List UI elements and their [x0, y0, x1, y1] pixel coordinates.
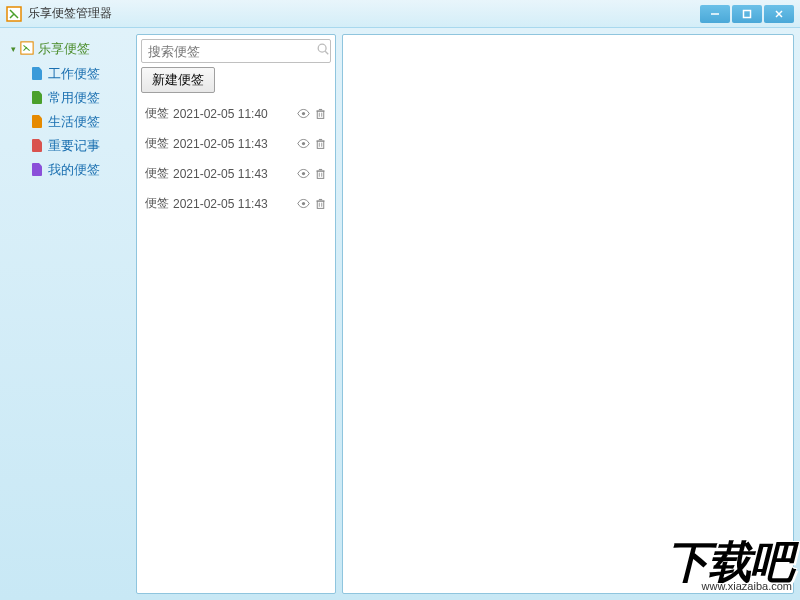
window-title: 乐享便签管理器 — [28, 5, 698, 22]
eye-icon[interactable] — [297, 107, 310, 120]
sidebar-item[interactable]: 我的便签 — [32, 158, 134, 182]
sidebar-item-label: 工作便签 — [48, 65, 100, 83]
svg-line-7 — [325, 51, 328, 54]
svg-point-6 — [318, 44, 326, 52]
sidebar-item-label: 重要记事 — [48, 137, 100, 155]
note-title: 便签 — [145, 135, 169, 152]
content-area — [342, 34, 794, 594]
note-actions — [297, 107, 327, 120]
folder-icon — [20, 41, 34, 58]
note-item[interactable]: 便签2021-02-05 11:43 — [143, 129, 329, 159]
notes-list: 便签2021-02-05 11:40便签2021-02-05 11:43便签20… — [137, 99, 335, 593]
note-actions — [297, 137, 327, 150]
sidebar-item[interactable]: 生活便签 — [32, 110, 134, 134]
tree-root-label: 乐享便签 — [38, 40, 90, 58]
minimize-icon — [710, 9, 720, 19]
svg-point-14 — [302, 142, 305, 145]
trash-icon[interactable] — [314, 197, 327, 210]
svg-rect-9 — [317, 111, 324, 118]
svg-rect-15 — [317, 141, 324, 148]
app-icon — [6, 6, 22, 22]
close-button[interactable] — [764, 5, 794, 23]
titlebar: 乐享便签管理器 — [0, 0, 800, 28]
note-actions — [297, 167, 327, 180]
note-actions — [297, 197, 327, 210]
note-title: 便签 — [145, 105, 169, 122]
maximize-icon — [742, 9, 752, 19]
svg-point-20 — [302, 172, 305, 175]
sidebar: ▾ 乐享便签 工作便签常用便签生活便签重要记事我的便签 — [6, 34, 136, 594]
eye-icon[interactable] — [297, 137, 310, 150]
note-date: 2021-02-05 11:40 — [173, 107, 297, 121]
search-box[interactable] — [141, 39, 331, 63]
eye-icon[interactable] — [297, 167, 310, 180]
sidebar-item-label: 常用便签 — [48, 89, 100, 107]
search-icon — [316, 42, 330, 60]
note-item[interactable]: 便签2021-02-05 11:40 — [143, 99, 329, 129]
trash-icon[interactable] — [314, 137, 327, 150]
note-title: 便签 — [145, 165, 169, 182]
search-input[interactable] — [148, 44, 316, 59]
trash-icon[interactable] — [314, 167, 327, 180]
doc-icon — [32, 163, 44, 177]
sidebar-item[interactable]: 常用便签 — [32, 86, 134, 110]
note-date: 2021-02-05 11:43 — [173, 137, 297, 151]
main-area: ▾ 乐享便签 工作便签常用便签生活便签重要记事我的便签 新建便签 便签2021-… — [0, 28, 800, 600]
minimize-button[interactable] — [700, 5, 730, 23]
notes-panel: 新建便签 便签2021-02-05 11:40便签2021-02-05 11:4… — [136, 34, 336, 594]
note-item[interactable]: 便签2021-02-05 11:43 — [143, 159, 329, 189]
window-controls — [698, 5, 794, 23]
svg-point-26 — [302, 202, 305, 205]
doc-icon — [32, 67, 44, 81]
new-note-button[interactable]: 新建便签 — [141, 67, 215, 93]
doc-icon — [32, 115, 44, 129]
sidebar-item[interactable]: 工作便签 — [32, 62, 134, 86]
doc-icon — [32, 139, 44, 153]
svg-rect-2 — [744, 10, 751, 17]
maximize-button[interactable] — [732, 5, 762, 23]
note-date: 2021-02-05 11:43 — [173, 197, 297, 211]
doc-icon — [32, 91, 44, 105]
sidebar-item[interactable]: 重要记事 — [32, 134, 134, 158]
note-title: 便签 — [145, 195, 169, 212]
tree-toggle-icon[interactable]: ▾ — [8, 44, 18, 54]
trash-icon[interactable] — [314, 107, 327, 120]
sidebar-item-label: 生活便签 — [48, 113, 100, 131]
tree-root[interactable]: ▾ 乐享便签 — [8, 38, 134, 60]
sidebar-item-label: 我的便签 — [48, 161, 100, 179]
note-date: 2021-02-05 11:43 — [173, 167, 297, 181]
svg-point-8 — [302, 112, 305, 115]
eye-icon[interactable] — [297, 197, 310, 210]
svg-rect-27 — [317, 201, 324, 208]
tree-children: 工作便签常用便签生活便签重要记事我的便签 — [8, 62, 134, 182]
note-item[interactable]: 便签2021-02-05 11:43 — [143, 189, 329, 219]
svg-rect-21 — [317, 171, 324, 178]
close-icon — [774, 9, 784, 19]
